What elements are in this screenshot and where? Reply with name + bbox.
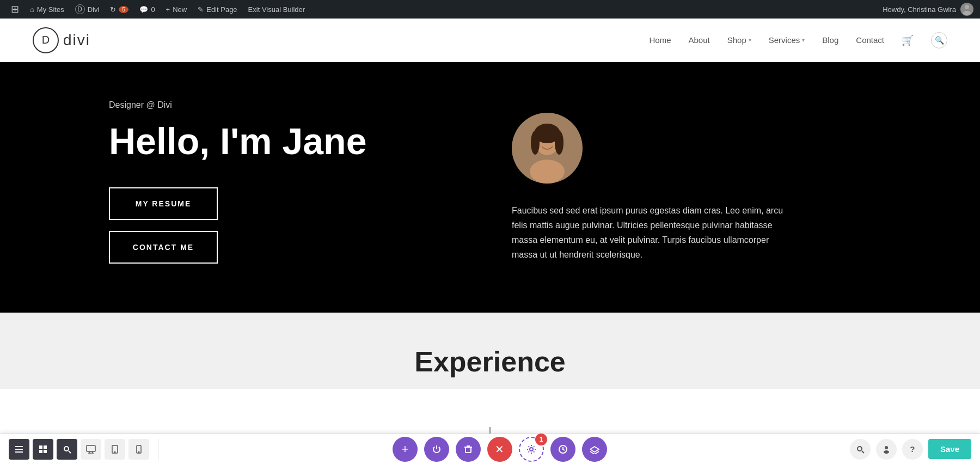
svg-point-1 — [963, 11, 971, 15]
new-label: New — [173, 5, 187, 14]
nav-contact[interactable]: Contact — [856, 35, 884, 45]
admin-bar-right: Howdy, Christina Gwira — [883, 3, 973, 16]
nav-home-label: Home — [649, 35, 671, 45]
svg-point-0 — [965, 5, 969, 9]
nav-blog-label: Blog — [822, 35, 838, 45]
resume-button[interactable]: MY RESUME — [109, 187, 218, 220]
hero-title: Hello, I'm Jane — [109, 121, 468, 162]
new-menu[interactable]: + New — [162, 0, 192, 19]
site-logo[interactable]: D divi — [33, 27, 90, 53]
hero-left: Designer @ Divi Hello, I'm Jane MY RESUM… — [109, 100, 468, 275]
plus-icon: + — [166, 5, 170, 14]
divi-label: Divi — [88, 5, 100, 14]
nav-about[interactable]: About — [688, 35, 709, 45]
hero-subtitle: Designer @ Divi — [109, 100, 468, 110]
services-chevron-icon: ▾ — [802, 37, 805, 43]
divi-icon: D — [75, 4, 85, 14]
comments-menu[interactable]: 💬 0 — [135, 0, 159, 19]
svg-point-5 — [531, 131, 540, 155]
wp-logo[interactable]: ⊞ — [7, 0, 23, 19]
wp-icon: ⊞ — [11, 3, 19, 15]
nav-contact-label: Contact — [856, 35, 884, 45]
nav-about-label: About — [688, 35, 709, 45]
nav-shop[interactable]: Shop ▾ — [727, 35, 751, 45]
shop-chevron-icon: ▾ — [749, 37, 751, 43]
my-sites-label: My Sites — [37, 5, 64, 14]
updates-count: 5 — [119, 6, 128, 13]
hero-bio: Faucibus sed sed erat ipsum purus egesta… — [512, 203, 795, 262]
nav-services[interactable]: Services ▾ — [769, 35, 805, 45]
logo-circle: D — [33, 27, 59, 53]
nav-shop-label: Shop — [727, 35, 746, 45]
comments-icon: 💬 — [139, 5, 148, 14]
experience-title: Experience — [109, 345, 871, 378]
nav-blog[interactable]: Blog — [822, 35, 838, 45]
exit-vb-label: Exit Visual Builder — [248, 5, 305, 14]
comments-label: 0 — [151, 5, 155, 14]
pencil-icon: ✎ — [198, 5, 204, 14]
hero-avatar — [512, 113, 583, 184]
exit-vb-menu[interactable]: Exit Visual Builder — [244, 0, 310, 19]
search-icon[interactable]: 🔍 — [931, 32, 947, 48]
edit-page-label: Edit Page — [206, 5, 237, 14]
logo-text: divi — [63, 32, 90, 49]
svg-point-7 — [530, 160, 565, 184]
site-header: D divi Home About Shop ▾ Services ▾ Blog… — [0, 19, 980, 62]
divi-menu[interactable]: D Divi — [71, 0, 104, 19]
hero-right: Faucibus sed sed erat ipsum purus egesta… — [468, 113, 871, 262]
logo-letter: D — [42, 34, 50, 46]
experience-section: Experience — [0, 313, 980, 389]
my-sites-menu[interactable]: ⌂ My Sites — [26, 0, 69, 19]
edit-page-menu[interactable]: ✎ Edit Page — [193, 0, 241, 19]
site-nav: Home About Shop ▾ Services ▾ Blog Contac… — [649, 32, 947, 48]
sites-icon: ⌂ — [30, 5, 34, 14]
cart-icon[interactable]: 🛒 — [902, 34, 914, 46]
contact-me-button[interactable]: CONTACT ME — [109, 231, 218, 264]
admin-bar: ⊞ ⌂ My Sites D Divi ↻ 5 💬 0 + New ✎ Edit… — [0, 0, 980, 19]
user-avatar[interactable] — [960, 3, 973, 16]
svg-point-6 — [555, 131, 564, 155]
nav-services-label: Services — [769, 35, 800, 45]
nav-home[interactable]: Home — [649, 35, 671, 45]
hero-section: Designer @ Divi Hello, I'm Jane MY RESUM… — [0, 62, 980, 313]
user-greeting: Howdy, Christina Gwira — [883, 5, 956, 14]
updates-icon: ↻ — [110, 5, 116, 14]
updates-menu[interactable]: ↻ 5 — [106, 0, 133, 19]
